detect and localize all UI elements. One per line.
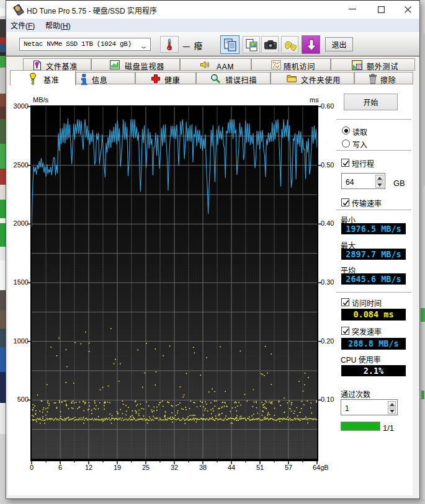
y-tick-right: 0.50 — [321, 161, 334, 169]
short-stroke-size-input[interactable]: 64 — [341, 173, 385, 189]
check-icon — [342, 159, 350, 167]
x-tick: 6 — [53, 464, 68, 471]
tab-extra-tests[interactable]: 额外测试 — [331, 58, 415, 71]
tab-benchmark[interactable]: 基准 — [10, 70, 76, 86]
tab-label: 文件夹使用 — [301, 74, 341, 85]
toolbar: Netac NVMe SSD 1TB (1024 gB) ⌄ — 癈 — [6, 32, 419, 56]
copy-image-button[interactable] — [243, 36, 260, 53]
progress-fill — [341, 422, 380, 430]
tab-label: 擦除 — [380, 74, 396, 85]
x-tick: 32 — [167, 464, 182, 471]
tab-random-access[interactable]: 随机访问 — [251, 58, 331, 71]
exit-button[interactable]: 退出 — [325, 37, 353, 51]
y-tick-left: 2500 — [4, 161, 29, 169]
cpu-usage-display: 2.1% — [341, 365, 406, 376]
y-axis-right-title: ms — [310, 96, 319, 104]
spin-down-button[interactable] — [375, 182, 383, 188]
tab-disk-monitor[interactable]: 磁盘监视器 — [91, 58, 180, 71]
checkbox-transfer-rate[interactable] — [341, 198, 349, 206]
short-stroke-size-value: 64 — [346, 176, 354, 187]
menu-item-file[interactable]: 文件(F) — [11, 19, 35, 32]
desktop-background-right — [420, 0, 425, 504]
desktop-fragment — [0, 347, 6, 372]
drive-selector-dropdown[interactable]: Netac NVMe SSD 1TB (1024 gB) ⌄ — [19, 38, 151, 51]
progress-label: 1/1 — [383, 422, 394, 433]
tab-info[interactable]: 信息 — [76, 72, 135, 84]
x-tick: 51 — [253, 464, 267, 471]
menu-item-help[interactable]: 帮助(H) — [45, 19, 71, 32]
radio-write-label: 写入 — [352, 139, 367, 149]
desktop-fragment — [0, 119, 6, 144]
y-tick-right: 0.10 — [321, 396, 334, 403]
desktop-fragment — [0, 247, 6, 260]
max-speed-display: 2897.7 MB/s — [341, 249, 406, 260]
spin-up-button[interactable] — [388, 401, 396, 407]
radio-read[interactable] — [342, 126, 350, 135]
tab-erase[interactable]: 擦除 — [354, 72, 413, 84]
minimize-button[interactable] — [338, 1, 367, 19]
hands-button[interactable] — [281, 36, 298, 53]
y-tick-left: 1500 — [4, 278, 29, 286]
screenshot-camera-button[interactable] — [261, 36, 279, 53]
separator — [336, 292, 411, 293]
checkbox-burst-rate[interactable] — [341, 327, 349, 335]
desktop-fragment — [0, 56, 6, 68]
chevron-down-icon: ⌄ — [140, 40, 148, 52]
tab-label: 错误扫描 — [225, 74, 257, 85]
tab-folder-usage[interactable]: 文件夹使用 — [271, 72, 354, 84]
desktop-fragment — [0, 0, 6, 8]
desktop-fragment — [0, 68, 6, 94]
desktop-fragment — [0, 169, 6, 185]
access-time-display: 0.084 ms — [341, 309, 406, 321]
min-speed-display: 1976.5 MB/s — [341, 223, 406, 234]
cpu-usage-label: CPU 使用率 — [341, 354, 381, 365]
transfer-rate-label: 传输速率 — [352, 198, 382, 208]
checkbox-access-time[interactable] — [341, 298, 349, 306]
desktop-fragment — [0, 43, 6, 52]
desktop-fragment — [0, 37, 6, 43]
pass-count-label: 通过次数 — [341, 389, 370, 399]
tab-label: 随机访问 — [284, 61, 315, 71]
tab-aam[interactable]: AAM — [180, 58, 251, 71]
check-icon — [342, 327, 350, 335]
start-button[interactable]: 开始 — [344, 94, 398, 110]
separator — [336, 210, 411, 210]
pass-count-input[interactable]: 1 — [341, 399, 398, 415]
tab-error-scan[interactable]: 错误扫描 — [196, 72, 271, 84]
tab-label: 信息 — [92, 74, 108, 85]
close-button[interactable] — [396, 1, 420, 19]
spin-up-button[interactable] — [375, 175, 383, 181]
spin-down-button[interactable] — [388, 408, 396, 414]
copy-button[interactable] — [220, 35, 239, 54]
menu-bar: 文件(F) 帮助(H) — [6, 19, 419, 32]
tab-label: 健康 — [164, 74, 181, 85]
tab-label: AAM — [217, 61, 234, 71]
title-bar[interactable]: HD Tune Pro 5.75 - 硬盘/SSD 实用程序 — [6, 1, 419, 19]
tab-health[interactable]: 健康 — [135, 72, 196, 84]
tab-label: 磁盘监视器 — [125, 61, 164, 71]
desktop-fragment — [421, 391, 424, 399]
short-stroke-unit: GB — [393, 177, 405, 188]
checkbox-short-stroke[interactable] — [341, 159, 349, 167]
tab-file-benchmark[interactable]: 文件基准 — [23, 58, 91, 71]
x-tick: 44 — [224, 464, 239, 471]
access-time-label: 访问时间 — [352, 298, 382, 308]
maximize-button[interactable] — [367, 1, 396, 19]
x-tick: 0 — [24, 464, 39, 471]
download-button[interactable] — [302, 35, 320, 54]
desktop-fragment — [0, 8, 6, 16]
avg-speed-display: 2645.6 MB/s — [341, 273, 406, 285]
temperature-button[interactable] — [160, 36, 179, 53]
radio-write[interactable] — [342, 139, 350, 148]
desktop-fragment — [424, 34, 424, 186]
x-tick: 38 — [195, 464, 210, 471]
y-axis-left-title: MB/s — [33, 96, 48, 104]
progress-bar — [341, 422, 380, 431]
desktop-fragment — [0, 185, 6, 200]
separator — [336, 119, 411, 120]
copy-image-icon — [245, 38, 259, 52]
y-tick-left: 3000 — [4, 102, 29, 110]
y-tick-right: 0.30 — [321, 278, 334, 286]
x-tick: 19 — [110, 464, 125, 471]
tab-label: 基准 — [43, 74, 60, 85]
